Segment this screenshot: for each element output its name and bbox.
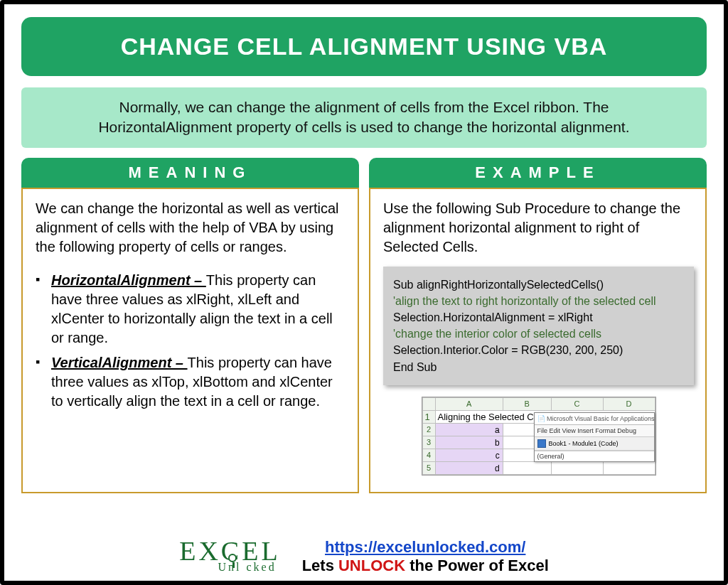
row-header: 1	[422, 410, 435, 424]
cell	[551, 462, 603, 475]
cell	[603, 462, 655, 475]
tagline-unlock: UNLOCK	[338, 557, 405, 574]
cell: a	[435, 424, 503, 436]
meaning-body: We can change the horizontal as well as …	[21, 188, 359, 493]
corner-cell	[422, 397, 435, 410]
tagline-a: Lets	[302, 557, 338, 574]
keyhole-icon	[228, 554, 237, 562]
infographic-frame: CHANGE CELL ALIGNMENT USING VBA Normally…	[0, 0, 728, 585]
row-header: 3	[422, 436, 435, 449]
meaning-header: MEANING	[21, 158, 359, 188]
code-line: Sub alignRightHorizontallySelectedCells(…	[393, 277, 684, 293]
code-comment: 'change the interior color of selected c…	[393, 326, 684, 342]
example-column: EXAMPLE Use the following Sub Procedure …	[369, 158, 707, 493]
logo-c: C	[221, 540, 242, 562]
meaning-list: HorizontalAlignment – This property can …	[36, 271, 346, 411]
tagline-c: the Power of Excel	[405, 557, 549, 574]
cell: b	[435, 436, 503, 449]
cell	[503, 462, 551, 475]
footer-link[interactable]: https://excelunlocked.com/	[325, 538, 525, 556]
vbe-module-text: Book1 - Module1 (Code)	[549, 439, 619, 448]
code-block: Sub alignRightHorizontallySelectedCells(…	[383, 267, 694, 385]
col-header: A	[435, 397, 503, 410]
row-header: 2	[422, 424, 435, 436]
col-header: C	[551, 397, 603, 410]
example-header: EXAMPLE	[369, 158, 707, 188]
code-line: Selection.Interior.Color = RGB(230, 200,…	[393, 342, 684, 358]
example-lead: Use the following Sub Procedure to chang…	[383, 199, 694, 257]
row-header: 4	[422, 449, 435, 462]
page-title: CHANGE CELL ALIGNMENT USING VBA	[21, 17, 707, 76]
term-vertical: VerticalAlignment –	[51, 355, 188, 370]
footer: EXCEL Unl cked https://excelunlocked.com…	[4, 538, 724, 575]
excel-screenshot: A B C D 1 Aligning the Selected Cells to…	[422, 397, 656, 476]
vbe-menubar: File Edit View Insert Format Debug	[535, 425, 654, 437]
meaning-column: MEANING We can change the horizontal as …	[21, 158, 359, 493]
vbe-window: 📄 Microsoft Visual Basic for Application…	[534, 412, 655, 463]
columns: MEANING We can change the horizontal as …	[21, 158, 707, 493]
module-icon	[537, 439, 546, 448]
vbe-title-text: Microsoft Visual Basic for Applications …	[547, 415, 653, 422]
list-item: VerticalAlignment – This property can ha…	[36, 353, 346, 411]
vbe-dropdown: (General)	[535, 451, 654, 461]
row-header: 5	[422, 462, 435, 475]
vbe-module-bar: Book1 - Module1 (Code)	[535, 437, 654, 451]
footer-text: https://excelunlocked.com/ Lets UNLOCK t…	[302, 538, 549, 575]
code-line: Selection.HorizontalAlignment = xlRight	[393, 309, 684, 326]
cell: d	[435, 462, 503, 475]
cell: c	[435, 449, 503, 462]
code-line: End Sub	[393, 359, 684, 375]
code-comment: 'align the text to right horizontally of…	[393, 293, 684, 309]
example-body: Use the following Sub Procedure to chang…	[369, 188, 707, 493]
col-header: D	[603, 397, 655, 410]
col-header: B	[503, 397, 551, 410]
term-horizontal: HorizontalAlignment –	[51, 272, 206, 288]
logo-line1: EXCEL	[179, 540, 280, 562]
intro-text: Normally, we can change the alignment of…	[21, 87, 707, 148]
list-item: HorizontalAlignment – This property can …	[36, 271, 346, 348]
meaning-lead: We can change the horizontal as well as …	[36, 199, 346, 257]
vbe-titlebar: 📄 Microsoft Visual Basic for Application…	[535, 413, 654, 425]
logo: EXCEL Unl cked	[179, 540, 280, 574]
